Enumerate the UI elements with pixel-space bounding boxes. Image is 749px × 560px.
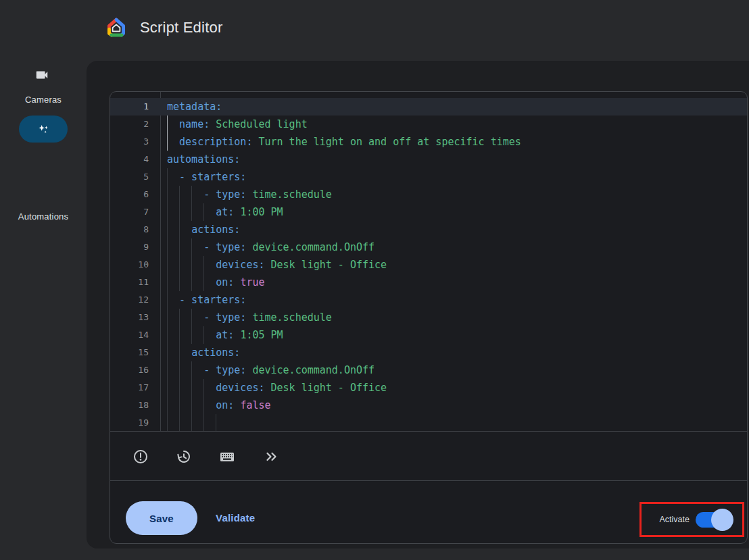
activate-toggle[interactable] — [696, 509, 733, 531]
google-home-logo-icon — [107, 17, 126, 38]
indent-guide — [191, 274, 192, 291]
code-row[interactable]: 16 - type: device.command.OnOff — [110, 361, 747, 379]
indent-guide — [203, 397, 204, 414]
indent-guide — [167, 203, 168, 221]
code-text: actions: — [160, 344, 747, 361]
save-button[interactable]: Save — [126, 501, 197, 535]
indent-guide — [167, 186, 168, 203]
indent-guide — [216, 414, 216, 431]
editor-card: 1metadata:2 name: Scheduled light3 descr… — [87, 61, 749, 549]
indent-guide — [191, 238, 192, 256]
code-row[interactable]: 3 description: Turn the light on and off… — [110, 133, 747, 151]
app-header: Script Editor — [0, 0, 749, 55]
indent-guide — [179, 344, 180, 361]
indent-guide — [167, 256, 168, 274]
indent-guide — [191, 326, 192, 344]
indent-guide — [203, 379, 204, 397]
indent-guide — [179, 361, 180, 379]
script-editor-panel: 1metadata:2 name: Scheduled light3 descr… — [110, 91, 748, 544]
line-number: 16 — [110, 361, 160, 379]
code-text: - type: time.schedule — [160, 309, 747, 326]
code-lines: 1metadata:2 name: Scheduled light3 descr… — [110, 98, 747, 431]
code-row[interactable]: 15 actions: — [110, 344, 747, 361]
line-number: 5 — [110, 168, 160, 186]
line-number: 6 — [110, 186, 160, 203]
code-text: metadata: — [160, 98, 747, 116]
indent-guide — [179, 221, 180, 238]
indent-guide — [203, 203, 204, 221]
indent-guide — [179, 397, 180, 414]
indent-guide — [203, 414, 204, 431]
problems-icon[interactable] — [132, 448, 149, 465]
indent-guide — [191, 186, 192, 203]
indent-guide — [179, 203, 180, 221]
validate-button[interactable]: Validate — [216, 501, 255, 535]
line-number: 14 — [110, 326, 160, 344]
code-row[interactable]: 8 actions: — [110, 221, 747, 238]
sidebar-item-automations[interactable]: Automations — [0, 116, 87, 170]
sparkle-icon — [36, 122, 51, 136]
line-number: 12 — [110, 291, 160, 309]
keyboard-icon[interactable] — [218, 448, 236, 465]
code-row[interactable]: 12 - starters: — [110, 291, 747, 309]
indent-guide — [191, 379, 192, 397]
code-row[interactable]: 5 - starters: — [110, 168, 747, 186]
code-row[interactable]: 7 at: 1:00 PM — [110, 203, 747, 221]
line-number: 3 — [110, 133, 160, 151]
indent-guide — [167, 291, 168, 309]
code-row[interactable]: 11 on: true — [110, 274, 747, 291]
code-row[interactable]: 9 - type: device.command.OnOff — [110, 238, 747, 256]
line-number: 4 — [110, 151, 160, 168]
sidebar-item-cameras[interactable]: Cameras — [0, 55, 87, 109]
line-number: 2 — [110, 116, 160, 133]
line-number: 15 — [110, 344, 160, 361]
indent-guide — [167, 414, 168, 431]
code-text: - starters: — [160, 291, 747, 309]
code-row[interactable]: 6 - type: time.schedule — [110, 186, 747, 203]
indent-guide — [191, 309, 192, 326]
more-chevrons-icon[interactable] — [262, 448, 280, 465]
indent-guide — [167, 168, 168, 186]
indent-guide — [167, 379, 168, 397]
line-number: 18 — [110, 397, 160, 414]
code-row[interactable]: 18 on: false — [110, 397, 747, 414]
toggle-thumb — [711, 509, 733, 531]
indent-guide — [167, 133, 168, 151]
code-row[interactable]: 14 at: 1:05 PM — [110, 326, 747, 344]
code-text: - starters: — [160, 168, 747, 186]
indent-guide — [191, 414, 192, 431]
code-text: on: false — [160, 397, 747, 414]
indent-guide — [179, 274, 180, 291]
code-row[interactable]: 2 name: Scheduled light — [110, 116, 747, 133]
code-row[interactable]: 10 devices: Desk light - Office — [110, 256, 747, 274]
line-number: 9 — [110, 238, 160, 256]
line-number: 7 — [110, 203, 160, 221]
indent-guide — [167, 274, 168, 291]
indent-guide — [167, 116, 168, 133]
indent-guide — [179, 326, 180, 344]
line-number: 19 — [110, 414, 160, 431]
indent-guide — [179, 309, 180, 326]
code-text: automations: — [160, 151, 747, 168]
code-row[interactable]: 1metadata: — [110, 98, 747, 116]
indent-guide — [191, 397, 192, 414]
code-row[interactable]: 13 - type: time.schedule — [110, 309, 747, 326]
indent-guide — [179, 186, 180, 203]
editor-toolbar — [110, 431, 747, 480]
activate-label: Activate — [660, 515, 690, 524]
code-editor[interactable]: 1metadata:2 name: Scheduled light3 descr… — [110, 92, 747, 431]
code-text: name: Scheduled light — [160, 116, 747, 133]
indent-guide — [203, 326, 204, 344]
indent-guide — [167, 326, 168, 344]
indent-guide — [179, 256, 180, 274]
line-number: 11 — [110, 274, 160, 291]
indent-guide — [167, 238, 168, 256]
code-row[interactable]: 17 devices: Desk light - Office — [110, 379, 747, 397]
code-row[interactable]: 19 — [110, 414, 747, 431]
indent-guide — [191, 256, 192, 274]
code-text: devices: Desk light - Office — [160, 379, 747, 397]
selected-pill — [19, 116, 68, 143]
indent-guide — [167, 361, 168, 379]
history-icon[interactable] — [174, 448, 192, 465]
code-row[interactable]: 4automations: — [110, 151, 747, 168]
